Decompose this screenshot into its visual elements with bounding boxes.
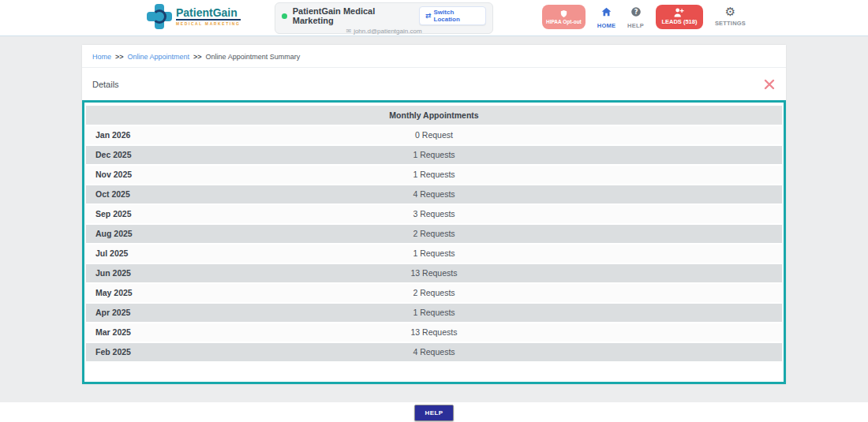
main-content: Home >> Online Appointment >> Online App… [0, 36, 868, 402]
row-month: Dec 2025 [95, 150, 132, 159]
row-month: Aug 2025 [95, 229, 133, 238]
monthly-appointments-table-wrapper: Monthly Appointments Jan 2026 0 Request … [82, 100, 786, 384]
row-month: Feb 2025 [95, 347, 131, 357]
row-value: 2 Requests [86, 229, 782, 238]
details-header: Details [82, 68, 786, 100]
patientgain-logo[interactable]: PatientGain MEDICAL MARKETING [147, 4, 241, 29]
row-month: Oct 2025 [95, 189, 130, 199]
table-row: Dec 2025 1 Requests [86, 146, 782, 164]
table-header-row: Monthly Appointments [86, 106, 782, 125]
leads-button[interactable]: LEADS (518) [656, 5, 703, 29]
monthly-appointments-table: Monthly Appointments Jan 2026 0 Request … [86, 104, 782, 363]
table-row: May 2025 2 Requests [86, 284, 782, 302]
account-name: PatientGain Medical Marketing [293, 6, 413, 25]
table-row: Feb 2025 4 Requests [86, 343, 782, 361]
switch-location-button[interactable]: ⇄ Switch Location [419, 6, 486, 25]
row-month: Jan 2026 [95, 130, 130, 140]
row-value: 0 Request [86, 130, 782, 140]
breadcrumb: Home >> Online Appointment >> Online App… [82, 45, 786, 68]
table-row: Sep 2025 3 Requests [86, 205, 782, 223]
row-month: Sep 2025 [95, 209, 132, 218]
account-card: PatientGain Medical Marketing ⇄ Switch L… [275, 2, 493, 34]
status-dot [282, 13, 287, 19]
row-value: 4 Requests [86, 347, 782, 357]
medical-cross-icon [147, 4, 172, 29]
row-month: Mar 2025 [95, 327, 131, 337]
row-value: 1 Requests [86, 248, 782, 258]
close-icon[interactable] [764, 79, 775, 90]
shield-icon [559, 9, 568, 18]
header-nav: HIPAA Opt-out HOME ? HELP [542, 5, 746, 29]
person-plus-icon [673, 8, 685, 17]
row-month: Jul 2025 [95, 248, 128, 258]
svg-text:?: ? [634, 8, 638, 16]
swap-arrows-icon: ⇄ [425, 12, 432, 20]
table-row: Aug 2025 2 Requests [86, 225, 782, 243]
row-value: 1 Requests [86, 150, 782, 159]
summary-card: Home >> Online Appointment >> Online App… [82, 45, 786, 384]
row-value: 1 Requests [86, 308, 782, 317]
account-email: ✉ john.d@patientgain.com [346, 28, 421, 35]
brand-tagline: MEDICAL MARKETING [176, 22, 241, 26]
table-row: Jun 2025 13 Requests [86, 264, 782, 282]
breadcrumb-home-link[interactable]: Home [92, 53, 111, 61]
row-value: 1 Requests [86, 170, 782, 179]
gear-icon: ⚙ [725, 6, 735, 18]
nav-settings[interactable]: ⚙ SETTINGS [715, 5, 746, 27]
home-icon [600, 6, 612, 21]
details-title: Details [92, 80, 119, 89]
row-month: Jun 2025 [95, 268, 131, 278]
table-row: Nov 2025 1 Requests [86, 166, 782, 184]
help-button[interactable]: HELP [414, 405, 455, 421]
row-value: 4 Requests [86, 189, 782, 199]
table-row: Mar 2025 13 Requests [86, 323, 782, 342]
question-icon: ? [630, 6, 642, 21]
row-value: 13 Requests [86, 327, 782, 337]
nav-help[interactable]: ? HELP [627, 5, 644, 29]
hipaa-opt-out-button[interactable]: HIPAA Opt-out [542, 5, 586, 29]
table-row: Oct 2025 4 Requests [86, 185, 782, 204]
row-value: 2 Requests [86, 288, 782, 297]
table-row: Jul 2025 1 Requests [86, 245, 782, 263]
breadcrumb-online-appointment-link[interactable]: Online Appointment [128, 53, 190, 61]
row-value: 3 Requests [86, 209, 782, 218]
row-month: May 2025 [95, 288, 133, 297]
breadcrumb-current: Online Appointment Summary [206, 53, 301, 61]
page-footer: HELP [0, 402, 868, 422]
nav-home[interactable]: HOME [597, 5, 615, 29]
row-month: Apr 2025 [95, 308, 130, 317]
table-row: Jan 2026 0 Request [86, 126, 782, 144]
top-header: PatientGain MEDICAL MARKETING PatientGai… [0, 0, 868, 36]
row-month: Nov 2025 [95, 170, 132, 179]
table-title: Monthly Appointments [86, 106, 782, 125]
table-row: Apr 2025 1 Requests [86, 304, 782, 322]
row-value: 13 Requests [86, 268, 782, 278]
brand-name: PatientGain [176, 7, 241, 21]
envelope-icon: ✉ [346, 28, 351, 35]
